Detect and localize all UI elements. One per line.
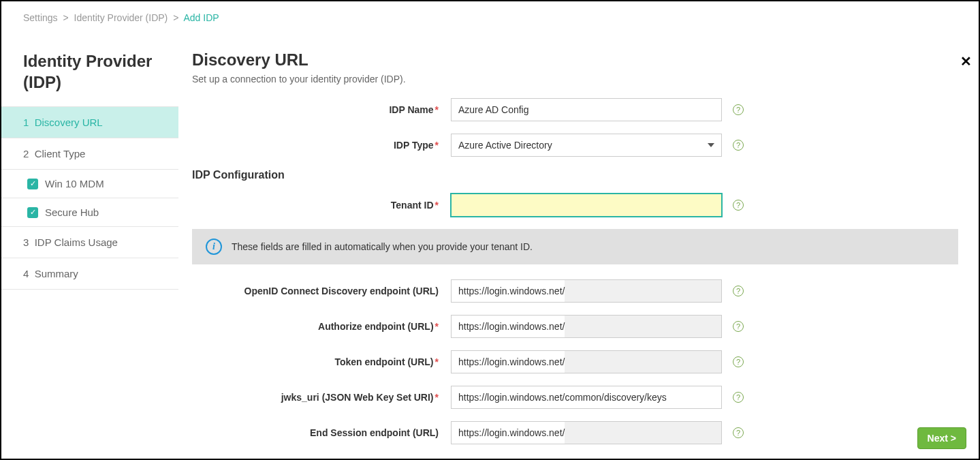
breadcrumb-settings[interactable]: Settings: [23, 12, 58, 23]
breadcrumb-separator: >: [63, 12, 68, 23]
authorize-endpoint-input[interactable]: [451, 315, 722, 338]
check-icon: ✓: [27, 179, 38, 189]
tenant-id-input[interactable]: [451, 194, 722, 217]
tenant-id-label: Tenant ID*: [192, 200, 451, 211]
substep-label: Secure Hub: [45, 206, 99, 218]
breadcrumb: Settings > Identity Provider (IDP) > Add…: [1, 1, 979, 23]
idp-type-label: IDP Type*: [192, 140, 451, 151]
breadcrumb-idp[interactable]: Identity Provider (IDP): [74, 12, 168, 23]
step-number: 2: [23, 148, 29, 159]
idp-name-label: IDP Name*: [192, 104, 451, 115]
step-number: 3: [23, 236, 29, 248]
openid-discovery-input[interactable]: [451, 279, 722, 303]
jwks-uri-label: jwks_uri (JSON Web Key Set URI)*: [192, 392, 451, 403]
wizard-substep-secure-hub[interactable]: ✓ Secure Hub: [1, 198, 178, 227]
wizard-step-discovery-url[interactable]: 1 Discovery URL: [1, 107, 178, 138]
info-banner: i These fields are filled in automatical…: [192, 229, 958, 264]
chevron-down-icon: [708, 143, 714, 147]
section-heading-idp-config: IDP Configuration: [192, 169, 958, 181]
breadcrumb-separator: >: [173, 12, 178, 23]
idp-type-value: Azure Active Directory: [458, 140, 552, 151]
page-subtitle: Set up a connection to your identity pro…: [192, 74, 958, 85]
token-endpoint-input[interactable]: [451, 350, 722, 373]
wizard-sidebar: Identity Provider (IDP) 1 Discovery URL …: [1, 50, 178, 457]
help-icon[interactable]: ?: [733, 356, 744, 367]
authorize-endpoint-label: Authorize endpoint (URL)*: [192, 321, 451, 332]
main-panel: ✕ Discovery URL Set up a connection to y…: [178, 50, 979, 457]
help-icon[interactable]: ?: [733, 321, 744, 332]
idp-type-select[interactable]: Azure Active Directory: [451, 134, 722, 157]
info-icon: i: [206, 239, 222, 255]
breadcrumb-current: Add IDP: [183, 12, 219, 23]
help-icon[interactable]: ?: [733, 286, 744, 296]
next-button[interactable]: Next >: [917, 427, 966, 449]
help-icon[interactable]: ?: [733, 140, 744, 151]
wizard-step-client-type[interactable]: 2 Client Type: [1, 138, 178, 170]
wizard-substep-win10-mdm[interactable]: ✓ Win 10 MDM: [1, 170, 178, 198]
wizard-step-idp-claims[interactable]: 3 IDP Claims Usage: [1, 227, 178, 258]
idp-name-input[interactable]: [451, 98, 722, 121]
end-session-label: End Session endpoint (URL): [192, 427, 451, 438]
check-icon: ✓: [27, 207, 38, 218]
wizard-step-summary[interactable]: 4 Summary: [1, 258, 178, 290]
step-number: 4: [23, 268, 29, 279]
end-session-input[interactable]: [451, 421, 722, 444]
jwks-uri-input[interactable]: [451, 386, 722, 409]
help-icon[interactable]: ?: [733, 392, 744, 403]
help-icon[interactable]: ?: [733, 104, 744, 115]
help-icon[interactable]: ?: [733, 200, 744, 211]
close-icon[interactable]: ✕: [960, 53, 972, 70]
step-label: Discovery URL: [35, 117, 103, 128]
help-icon[interactable]: ?: [733, 427, 744, 438]
page-title: Discovery URL: [192, 50, 958, 70]
step-label: Client Type: [35, 148, 86, 159]
step-number: 1: [23, 117, 29, 128]
info-banner-text: These fields are filled in automatically…: [232, 241, 533, 252]
sidebar-title: Identity Provider (IDP): [1, 50, 178, 106]
step-label: IDP Claims Usage: [35, 236, 118, 248]
step-label: Summary: [35, 268, 78, 279]
openid-discovery-label: OpenID Connect Discovery endpoint (URL): [192, 286, 451, 296]
substep-label: Win 10 MDM: [45, 178, 104, 189]
token-endpoint-label: Token endpoint (URL)*: [192, 356, 451, 367]
